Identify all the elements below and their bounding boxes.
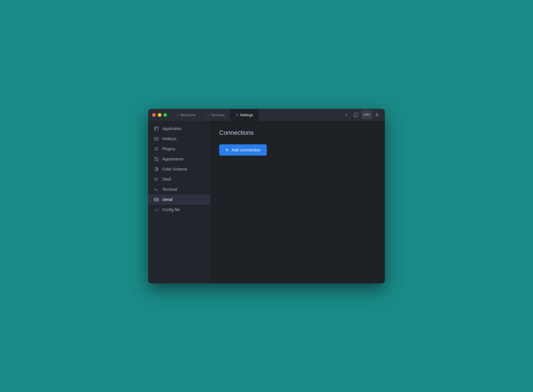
application-icon bbox=[154, 126, 159, 131]
svg-rect-6 bbox=[155, 138, 156, 138]
maximize-button[interactable] bbox=[163, 113, 167, 117]
svg-rect-14 bbox=[154, 157, 156, 158]
config-file-icon: </> bbox=[154, 207, 159, 212]
page-title: Connections bbox=[219, 129, 376, 136]
duplicate-icon bbox=[354, 112, 359, 117]
svg-rect-17 bbox=[157, 159, 158, 161]
gear-icon bbox=[375, 112, 380, 117]
svg-rect-32 bbox=[157, 200, 158, 200]
svg-rect-5 bbox=[154, 137, 158, 140]
app-window: 1 Welcome 2 Terminal 3 Settings + bbox=[148, 109, 385, 283]
titlebar: 1 Welcome 2 Terminal 3 Settings + bbox=[148, 109, 385, 121]
terminal-label-button[interactable]: ССРС bbox=[361, 110, 372, 119]
new-tab-button[interactable]: + bbox=[342, 110, 351, 119]
plugins-icon bbox=[154, 146, 159, 151]
sidebar-item-plugins[interactable]: Plugins bbox=[148, 144, 210, 154]
svg-rect-29 bbox=[155, 200, 156, 200]
svg-rect-30 bbox=[156, 200, 156, 200]
shell-icon bbox=[154, 177, 159, 182]
sidebar-item-hotkeys[interactable]: Hotkeys bbox=[148, 134, 210, 144]
sidebar-item-config-file[interactable]: </> Config file bbox=[148, 205, 210, 215]
tab-terminal[interactable]: 2 Terminal bbox=[201, 109, 230, 121]
svg-rect-4 bbox=[155, 128, 156, 129]
svg-rect-15 bbox=[157, 157, 158, 158]
tab-settings[interactable]: 3 Settings bbox=[230, 109, 259, 121]
svg-rect-7 bbox=[156, 138, 156, 138]
sidebar-item-shell[interactable]: Shell bbox=[148, 174, 210, 184]
svg-rect-25 bbox=[155, 199, 156, 199]
appearance-icon bbox=[154, 156, 159, 162]
svg-rect-11 bbox=[156, 139, 157, 139]
svg-rect-8 bbox=[157, 138, 157, 138]
svg-rect-10 bbox=[155, 139, 156, 139]
svg-rect-27 bbox=[157, 199, 157, 199]
svg-rect-31 bbox=[157, 200, 157, 200]
content-panel: Connections + Add connection bbox=[210, 121, 385, 283]
traffic-lights bbox=[148, 113, 171, 117]
serial-icon bbox=[154, 197, 159, 202]
sidebar-item-color-scheme[interactable]: Color Scheme bbox=[148, 164, 210, 174]
sidebar-item-serial[interactable]: Serial bbox=[148, 194, 210, 205]
hotkeys-icon bbox=[154, 136, 159, 141]
add-connection-button[interactable]: + Add connection bbox=[219, 144, 267, 156]
svg-rect-24 bbox=[154, 198, 158, 201]
svg-rect-1 bbox=[355, 113, 358, 116]
tab-bar: 1 Welcome 2 Terminal 3 Settings bbox=[171, 109, 342, 121]
svg-rect-16 bbox=[154, 159, 156, 161]
svg-point-19 bbox=[156, 169, 157, 170]
tab-actions: + ССРС bbox=[342, 110, 385, 119]
svg-rect-9 bbox=[157, 138, 158, 138]
minimize-button[interactable] bbox=[158, 113, 161, 117]
plus-icon: + bbox=[225, 147, 229, 153]
sidebar-item-application[interactable]: Application bbox=[148, 124, 210, 134]
tab-welcome[interactable]: 1 Welcome bbox=[171, 109, 201, 121]
sidebar: Application Hotkeys bbox=[148, 121, 210, 283]
svg-text:</>: </> bbox=[154, 208, 159, 212]
color-scheme-icon bbox=[154, 167, 159, 172]
svg-rect-28 bbox=[157, 199, 158, 199]
sidebar-item-terminal[interactable]: Terminal bbox=[148, 184, 210, 194]
svg-rect-12 bbox=[157, 139, 158, 139]
duplicate-tab-button[interactable] bbox=[352, 110, 361, 119]
svg-rect-13 bbox=[156, 148, 157, 149]
svg-rect-26 bbox=[156, 199, 156, 199]
close-button[interactable] bbox=[152, 113, 156, 117]
settings-button[interactable] bbox=[373, 110, 382, 119]
sidebar-item-appearance[interactable]: Appearance bbox=[148, 154, 210, 164]
main-content: Application Hotkeys bbox=[148, 121, 385, 283]
terminal-icon bbox=[154, 187, 159, 192]
